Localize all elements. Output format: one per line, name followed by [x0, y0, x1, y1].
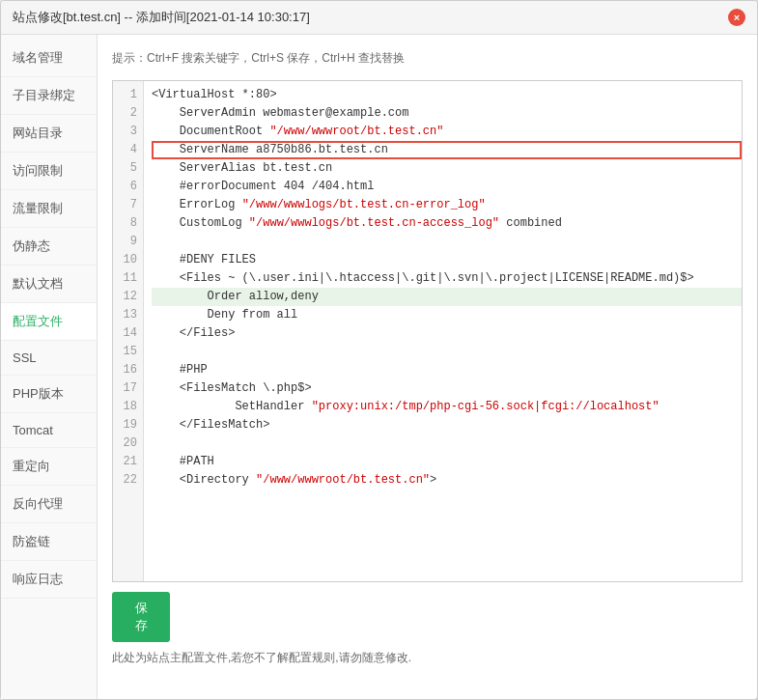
code-line-14: </Files> — [152, 324, 742, 343]
code-content[interactable]: <VirtualHost *:80> ServerAdmin webmaster… — [144, 81, 742, 581]
code-line-5: ServerAlias bt.test.cn — [152, 159, 742, 178]
sidebar-item-proxy[interactable]: 反向代理 — [1, 486, 97, 523]
sidebar-item-config[interactable]: 配置文件 — [1, 303, 97, 341]
code-line-17: <FilesMatch \.php$> — [152, 379, 742, 398]
code-line-10: #DENY FILES — [152, 251, 742, 269]
code-line-13: Deny from all — [152, 306, 742, 324]
code-line-18: SetHandler "proxy:unix:/tmp/php-cgi-56.s… — [152, 398, 742, 416]
code-line-4: ServerName a8750b86.bt.test.cn — [152, 141, 742, 159]
hint-bar: 提示：Ctrl+F 搜索关键字，Ctrl+S 保存，Ctrl+H 查找替换 — [112, 46, 743, 70]
sidebar-item-traffic[interactable]: 流量限制 — [1, 190, 97, 228]
sidebar-item-php[interactable]: PHP版本 — [1, 376, 97, 413]
code-line-19: </FilesMatch> — [152, 416, 742, 434]
code-line-12: Order allow,deny — [152, 288, 742, 306]
line-numbers: 1 2 3 4 5 6 7 8 9 10 11 12 13 14 15 16 1 — [113, 81, 144, 581]
sidebar-item-tomcat[interactable]: Tomcat — [1, 413, 97, 448]
code-editor[interactable]: 1 2 3 4 5 6 7 8 9 10 11 12 13 14 15 16 1 — [112, 80, 743, 582]
sidebar-item-default-doc[interactable]: 默认文档 — [1, 266, 97, 303]
code-line-3: DocumentRoot "/www/wwwroot/bt.test.cn" — [152, 123, 742, 141]
sidebar-item-rewrite[interactable]: 伪静态 — [1, 228, 97, 266]
code-line-8: CustomLog "/www/wwwlogs/bt.test.cn-acces… — [152, 214, 742, 233]
sidebar-item-access[interactable]: 访问限制 — [1, 153, 97, 190]
sidebar-item-subdir[interactable]: 子目录绑定 — [1, 77, 97, 115]
code-line-2: ServerAdmin webmaster@example.com — [152, 104, 742, 123]
sidebar-item-log[interactable]: 响应日志 — [1, 561, 97, 599]
code-line-20 — [152, 434, 742, 453]
save-button[interactable]: 保存 — [112, 592, 170, 642]
main-dialog: 站点修改[bt.test.cn] -- 添加时间[2021-01-14 10:3… — [0, 0, 758, 700]
code-line-15 — [152, 343, 742, 361]
sidebar: 域名管理 子目录绑定 网站目录 访问限制 流量限制 伪静态 默认文档 配置文件 … — [1, 35, 98, 699]
code-line-9 — [152, 233, 742, 251]
main-content: 提示：Ctrl+F 搜索关键字，Ctrl+S 保存，Ctrl+H 查找替换 1 … — [98, 35, 757, 699]
code-line-16: #PHP — [152, 361, 742, 379]
code-line-7: ErrorLog "/www/wwwlogs/bt.test.cn-error_… — [152, 196, 742, 214]
code-line-21: #PATH — [152, 453, 742, 471]
code-line-11: <Files ~ (\.user.ini|\.htaccess|\.git|\.… — [152, 269, 742, 288]
sidebar-item-ssl[interactable]: SSL — [1, 341, 97, 376]
code-line-22: <Directory "/www/wwwroot/bt.test.cn"> — [152, 471, 742, 490]
warning-text: 此处为站点主配置文件,若您不了解配置规则,请勿随意修改. — [112, 650, 743, 666]
dialog-body: 域名管理 子目录绑定 网站目录 访问限制 流量限制 伪静态 默认文档 配置文件 … — [1, 35, 757, 699]
code-line-6: #errorDocument 404 /404.html — [152, 178, 742, 196]
close-button[interactable]: × — [728, 9, 745, 26]
sidebar-item-domain[interactable]: 域名管理 — [1, 40, 97, 77]
sidebar-item-redirect[interactable]: 重定向 — [1, 448, 97, 486]
dialog-header: 站点修改[bt.test.cn] -- 添加时间[2021-01-14 10:3… — [1, 1, 757, 35]
code-line-1: <VirtualHost *:80> — [152, 86, 742, 104]
sidebar-item-hotlink[interactable]: 防盗链 — [1, 523, 97, 561]
dialog-title: 站点修改[bt.test.cn] -- 添加时间[2021-01-14 10:3… — [13, 9, 310, 26]
sidebar-item-webdir[interactable]: 网站目录 — [1, 115, 97, 153]
